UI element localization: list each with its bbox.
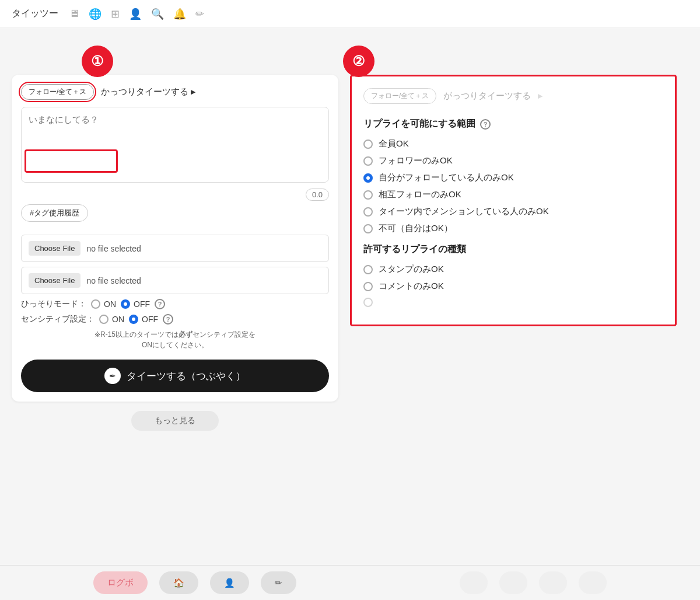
reply-option-4-label: タイーツ内でメンションしている人のみOK <box>379 206 549 217</box>
globe-icon[interactable]: 🌐 <box>89 8 102 20</box>
follow-all-button[interactable]: フォロー/全て＋ス <box>21 84 94 100</box>
tweet-textarea[interactable] <box>21 107 329 183</box>
reply-radio-2[interactable] <box>363 173 373 183</box>
main-content: ① フォロー/全て＋ス かっつりタイーツする 0.0 <box>0 28 700 442</box>
home-icon: 🏠 <box>173 578 184 588</box>
bottom-nav-left: ログボ 🏠 👤 ✏ <box>93 571 296 594</box>
edit-button[interactable]: ✏ <box>261 571 296 594</box>
nav-icons-group: 🖥 🌐 ⊞ 👤 🔍 🔔 ✏ <box>69 8 204 20</box>
reply-option-0-label: 全員OK <box>379 138 409 149</box>
reply-radio-1[interactable] <box>363 156 373 166</box>
panels-wrapper: ① フォロー/全て＋ス かっつりタイーツする 0.0 <box>12 75 677 431</box>
user-icon[interactable]: 👤 <box>129 8 142 20</box>
reply-radio-0[interactable] <box>363 139 373 149</box>
reply-option-3: 相互フォローのみOK <box>363 189 663 200</box>
sensitive-off-label: OFF <box>142 315 158 324</box>
more-row: もっと見る <box>12 411 338 431</box>
feather-icon: ✒ <box>109 371 116 381</box>
profile-button[interactable]: 👤 <box>210 571 249 594</box>
more-button[interactable]: もっと見る <box>131 411 219 431</box>
bottom-nav-right <box>460 571 607 594</box>
reply-type-list: スタンプのみOK コメントのみOK <box>363 264 663 307</box>
right-panel-header: フォロー/全て＋ス がっつりタイーツする ▶ <box>363 88 663 109</box>
app-logo: タイッツー <box>12 8 58 20</box>
sensitive-on-radio[interactable] <box>99 315 108 324</box>
reply-type-radio-2[interactable] <box>363 298 373 307</box>
login-bonus-label: ログボ <box>107 577 134 588</box>
char-count-row: 0.0 <box>21 189 329 201</box>
reply-type-radio-1[interactable] <box>363 282 373 291</box>
file-2-label: no file selected <box>86 276 141 285</box>
annotation-circle-2: ② <box>343 46 374 77</box>
sensitive-setting-row: センシティブ設定： ON OFF ? <box>21 314 329 325</box>
choose-file-2-button[interactable]: Choose File <box>29 273 80 288</box>
reply-radio-3[interactable] <box>363 190 373 200</box>
edit-icon: ✏ <box>275 578 282 588</box>
reply-type-option-0: スタンプのみOK <box>363 264 663 275</box>
hissori-on-label: ON <box>104 299 116 309</box>
hissori-off-label: OFF <box>134 299 150 309</box>
reply-option-1: フォロワーのみOK <box>363 155 663 166</box>
home-button[interactable]: 🏠 <box>159 571 198 594</box>
hissori-on-radio[interactable] <box>91 299 100 309</box>
reply-type-title: 許可するリプライの種類 <box>363 243 663 256</box>
sensitive-on-label: ON <box>112 315 124 324</box>
char-count: 0.0 <box>306 189 329 201</box>
tweet-button[interactable]: ✒ タイーツする（つぶやく） <box>21 360 329 392</box>
reply-option-5-label: 不可（自分はOK） <box>379 223 453 234</box>
bell-icon[interactable]: 🔔 <box>173 8 186 20</box>
reply-type-radio-0[interactable] <box>363 265 373 274</box>
tag-history-button[interactable]: #タグ使用履歴 <box>21 204 88 222</box>
profile-icon: 👤 <box>224 578 235 588</box>
annotation-circle-1: ① <box>82 46 113 77</box>
reply-radio-4[interactable] <box>363 207 373 217</box>
right-nav-btn-1[interactable] <box>460 571 488 594</box>
file-input-1-row: Choose File no file selected <box>21 235 329 262</box>
right-panel: フォロー/全て＋ス がっつりタイーツする ▶ リプライを可能にする範囲 ? 全員… <box>350 75 677 326</box>
choose-file-1-button[interactable]: Choose File <box>29 241 80 256</box>
top-navigation: タイッツー 🖥 🌐 ⊞ 👤 🔍 🔔 ✏ <box>0 0 700 28</box>
sensitive-off-radio[interactable] <box>129 315 138 324</box>
left-panel: フォロー/全て＋ス かっつりタイーツする 0.0 #タグ使用履歴 Choose … <box>12 75 338 402</box>
search-icon[interactable]: 🔍 <box>151 8 164 20</box>
reply-type-option-1-label: コメントのみOK <box>379 281 444 292</box>
hissori-off-group: OFF <box>121 299 150 309</box>
tweet-button-icon: ✒ <box>104 368 121 384</box>
right-nav-btn-2[interactable] <box>499 571 527 594</box>
sensitive-help-icon[interactable]: ? <box>163 314 173 325</box>
reply-range-title: リプライを可能にする範囲 ? <box>363 118 663 130</box>
file-1-label: no file selected <box>86 244 141 253</box>
hissori-on-group: ON <box>91 299 116 309</box>
right-wrapper: ② フォロー/全て＋ス がっつりタイーツする ▶ リプライを可能にする範囲 ? <box>350 75 677 431</box>
hissori-off-radio[interactable] <box>121 299 130 309</box>
hissori-help-icon[interactable]: ? <box>155 299 165 309</box>
reply-type-option-2 <box>363 298 663 307</box>
file-input-2-row: Choose File no file selected <box>21 267 329 294</box>
pen-icon[interactable]: ✏ <box>195 8 204 20</box>
reply-option-0: 全員OK <box>363 138 663 149</box>
right-gattsuri-link: がっつりタイーツする <box>443 90 531 102</box>
reply-type-option-1: コメントのみOK <box>363 281 663 292</box>
right-nav-btn-3[interactable] <box>539 571 567 594</box>
panel-header: フォロー/全て＋ス かっつりタイーツする <box>21 84 329 100</box>
tweet-button-label: タイーツする（つぶやく） <box>127 369 246 383</box>
monitor-icon[interactable]: 🖥 <box>69 8 79 20</box>
right-follow-button[interactable]: フォロー/全て＋ス <box>363 88 436 104</box>
grid-icon[interactable]: ⊞ <box>111 8 120 20</box>
hissori-label: ひっそりモード： <box>21 299 86 309</box>
reply-radio-5[interactable] <box>363 224 373 233</box>
reply-options-list: 全員OK フォロワーのみOK 自分がフォローしている人のみOK 相互フォローのみ… <box>363 138 663 234</box>
reply-option-3-label: 相互フォローのみOK <box>379 189 461 200</box>
sensitive-on-group: ON <box>99 315 124 324</box>
left-wrapper: ① フォロー/全て＋ス かっつりタイーツする 0.0 <box>12 75 338 431</box>
hissori-mode-row: ひっそりモード： ON OFF ? <box>21 299 329 309</box>
reply-option-5: 不可（自分はOK） <box>363 223 663 234</box>
reply-type-option-0-label: スタンプのみOK <box>379 264 444 275</box>
sensitive-label: センシティブ設定： <box>21 314 94 325</box>
gattsuri-link[interactable]: かっつりタイーツする <box>101 86 195 97</box>
sensitive-off-group: OFF <box>129 315 158 324</box>
reply-range-help-icon[interactable]: ? <box>480 119 491 130</box>
right-nav-btn-4[interactable] <box>579 571 607 594</box>
reply-option-4: タイーツ内でメンションしている人のみOK <box>363 206 663 217</box>
login-bonus-button[interactable]: ログボ <box>93 571 148 594</box>
